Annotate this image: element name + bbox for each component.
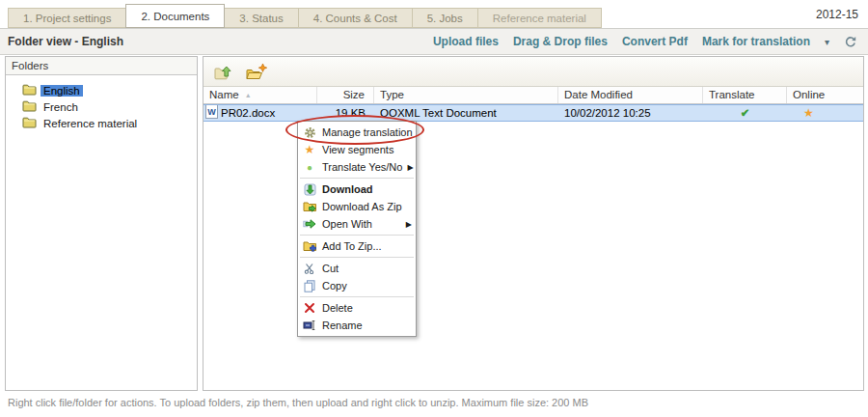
gear-icon [302,126,317,139]
tab-label: 5. Jobs [427,13,463,24]
folder-item-french[interactable]: French [22,98,197,115]
folder-item-reference-material[interactable]: Reference material [22,115,197,131]
menu-item-label: Add To Zip... [322,240,382,252]
zip-add-icon [302,239,317,253]
svg-text:W: W [207,107,216,117]
tab-reference-material[interactable]: Reference material [477,8,602,28]
tab-status[interactable]: 3. Status [224,8,298,28]
column-label: Date Modified [564,89,633,100]
column-label: Online [793,89,825,100]
file-name-cell: W PR02.docx [203,105,317,121]
chevron-down-icon[interactable]: ▾ [825,37,829,47]
action-links: Upload files Drag & Drop files Convert P… [433,35,868,48]
sort-ascending-icon: ▲ [245,92,252,98]
file-type-cell: OOXML Text Document [374,105,558,121]
folders-panel-title: Folders [6,57,197,75]
column-label: Translate [709,89,755,100]
tab-project-settings[interactable]: 1. Project settings [8,8,126,28]
open-with-icon [302,218,317,230]
menu-item-rename[interactable]: Rename [298,317,416,334]
menu-item-download-as-zip[interactable]: Download As Zip [298,198,416,215]
column-header-translate[interactable]: Translate [703,87,787,103]
menu-item-add-to-zip[interactable]: Add To Zip... [298,237,416,255]
menu-item-view-segments[interactable]: ★ View segments [298,141,416,158]
star-icon: ★ [302,143,317,156]
column-header-name[interactable]: Name▲ [203,87,317,103]
mark-for-translation-link[interactable]: Mark for translation [702,35,810,48]
tab-jobs[interactable]: 5. Jobs [412,8,478,28]
translate-check-icon[interactable]: ✔ [703,105,787,121]
column-header-type[interactable]: Type [374,87,558,103]
menu-item-label: Copy [322,280,347,292]
folder-label: Reference material [41,118,140,129]
menu-separator [300,178,414,179]
refresh-icon[interactable] [844,36,856,48]
menu-item-label: View segments [322,144,393,155]
menu-item-label: Open With [322,218,372,230]
tab-label: 1. Project settings [23,13,111,24]
green-dot-icon: ● [302,162,317,173]
action-bar: Folder view - English Upload files Drag … [0,28,868,55]
tab-label: Reference material [493,13,586,24]
table-row[interactable]: W PR02.docx 19 KB OOXML Text Document 10… [203,104,863,122]
folders-panel: Folders English French [5,56,198,391]
rename-icon [302,320,317,331]
folder-icon [22,83,37,97]
column-header-date-modified[interactable]: Date Modified [558,87,703,103]
menu-item-label: Download As Zip [322,201,402,212]
submenu-arrow-icon: ▶ [407,163,413,172]
file-name: PR02.docx [221,105,275,121]
menu-item-label: Cut [322,263,339,274]
new-folder-icon[interactable] [245,63,268,81]
convert-pdf-link[interactable]: Convert Pdf [622,35,688,48]
menu-item-open-with[interactable]: Open With ▶ [298,215,416,233]
menu-item-cut[interactable]: Cut [298,260,416,277]
table-header: Name▲ Size Type Date Modified Translate … [203,87,863,104]
tab-documents[interactable]: 2. Documents [125,4,225,28]
folder-label: French [41,101,81,113]
delete-icon [302,302,317,314]
online-star-icon[interactable]: ★ [787,105,863,121]
menu-item-label: Delete [322,302,353,314]
column-label: Name [209,89,239,100]
tab-label: 4. Counts & Cost [313,13,397,24]
menu-item-translate-yes-no[interactable]: ● Translate Yes/No ▶ [298,158,416,176]
tab-bar: 1. Project settings 2. Documents 3. Stat… [0,0,868,28]
column-label: Size [343,89,365,100]
folder-icon [22,116,37,130]
upload-files-link[interactable]: Upload files [433,35,499,48]
download-icon [302,183,317,196]
folder-view-title: Folder view - English [0,35,123,48]
tab-counts-cost[interactable]: 4. Counts & Cost [298,8,413,28]
menu-separator [300,257,414,258]
status-bar-text: Right click file/folder for actions. To … [8,397,588,408]
tab-label: 2. Documents [141,11,209,22]
app-window: 1. Project settings 2. Documents 3. Stat… [0,0,868,417]
menu-separator [300,296,414,297]
upload-folder-icon[interactable] [212,63,233,81]
menu-item-copy[interactable]: Copy [298,277,416,294]
drag-drop-files-link[interactable]: Drag & Drop files [513,35,608,48]
menu-item-label: Translate Yes/No [322,161,402,173]
file-toolbar [203,57,863,87]
folder-item-english[interactable]: English [22,82,197,98]
menu-item-label: Download [322,183,373,195]
menu-item-label: Manage translation [322,126,413,138]
column-header-online[interactable]: Online [787,87,863,103]
scissors-icon [302,263,317,274]
folder-icon [22,99,37,114]
word-document-icon: W [205,105,218,121]
copy-icon [302,280,317,292]
menu-item-manage-translation[interactable]: Manage translation [298,124,416,141]
menu-item-delete[interactable]: Delete [298,299,416,317]
submenu-arrow-icon: ▶ [406,220,412,229]
project-code: 2012-15 [816,8,858,21]
menu-separator [300,235,414,236]
tab-label: 3. Status [239,13,283,24]
file-size-cell: 19 KB [317,105,374,121]
file-date-cell: 10/02/2012 10:25 [558,105,703,121]
column-label: Type [380,89,404,100]
menu-item-download[interactable]: Download [298,181,416,198]
context-menu: Manage translation ★ View segments ● Tra… [297,121,417,337]
column-header-size[interactable]: Size [317,87,374,103]
